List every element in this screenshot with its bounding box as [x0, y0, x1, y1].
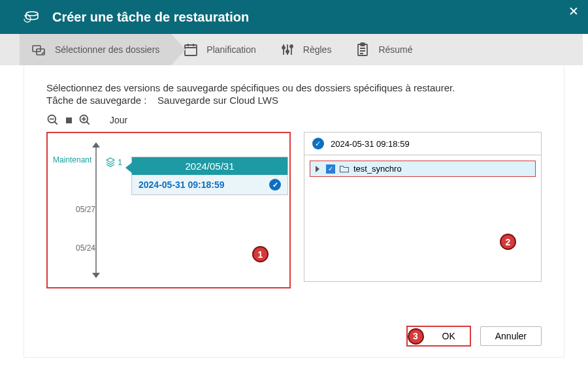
- folder-checkbox[interactable]: ✓: [326, 164, 335, 174]
- backup-date-header: 2024/05/31: [132, 157, 287, 175]
- folder-panel: ✓ 2024-05-31 09:18:59 ✓ test_synchro 2: [304, 132, 542, 282]
- title-bar: Créer une tâche de restauration: [0, 0, 588, 34]
- task-name: Sauvegarde sur Cloud LWS: [157, 95, 278, 106]
- cancel-button[interactable]: Annuler: [480, 326, 542, 346]
- folder-list: ✓ test_synchro 2: [304, 155, 541, 281]
- dialog-footer: 3 OK Annuler: [406, 326, 542, 347]
- backup-version-row[interactable]: 2024-05-31 09:18:59 ✓: [132, 175, 287, 194]
- timeline-panel: Maintenant 1 05/27 05/24 2024/05/31: [46, 132, 291, 288]
- tab-rules[interactable]: Règles: [268, 34, 344, 65]
- folder-name: test_synchro: [353, 164, 402, 174]
- zoom-controls: Jour: [46, 114, 542, 127]
- svg-point-6: [290, 45, 293, 48]
- folder-icon: [339, 164, 350, 173]
- wizard-tabs: Sélectionner des dossiers Planification …: [0, 34, 583, 65]
- check-icon: ✓: [269, 179, 281, 191]
- tab-select-folders[interactable]: Sélectionner des dossiers: [20, 34, 171, 65]
- tab-summary[interactable]: Résumé: [343, 34, 424, 65]
- main-panel: Sélectionnez des versions de sauvegarde …: [24, 65, 564, 358]
- instruction-text: Sélectionnez des versions de sauvegarde …: [46, 82, 542, 93]
- zoom-out-button[interactable]: [46, 114, 59, 127]
- tab-label: Planification: [206, 44, 256, 55]
- page-title: Créer une tâche de restauration: [52, 10, 249, 25]
- scrollbar[interactable]: [576, 65, 588, 359]
- backup-version-card[interactable]: 2024/05/31 2024-05-31 09:18:59 ✓: [131, 157, 288, 195]
- zoom-in-button[interactable]: [78, 114, 91, 127]
- tab-schedule[interactable]: Planification: [171, 34, 268, 65]
- folder-row[interactable]: ✓ test_synchro: [310, 161, 536, 177]
- restore-icon: [24, 10, 41, 23]
- timeline-tick: 05/27: [76, 205, 95, 214]
- selected-version-header: ✓ 2024-05-31 09:18:59: [304, 132, 541, 155]
- zoom-unit-label: Jour: [110, 115, 127, 125]
- now-label: Maintenant: [53, 155, 91, 164]
- timeline-down-arrow[interactable]: [92, 273, 100, 278]
- svg-point-4: [282, 46, 285, 49]
- tab-label: Résumé: [378, 44, 412, 55]
- timeline-up-arrow[interactable]: [92, 142, 100, 147]
- task-label-row: Tâche de sauvegarde : Sauvegarde sur Clo…: [46, 95, 542, 106]
- close-button[interactable]: [568, 7, 579, 17]
- check-icon: ✓: [312, 138, 324, 149]
- layers-count: 1: [118, 157, 122, 167]
- timeline-tick: 05/24: [76, 243, 95, 253]
- folders-icon: [31, 42, 47, 57]
- zoom-reset-button[interactable]: [66, 117, 72, 123]
- ok-button-highlight: 3 OK: [406, 326, 471, 347]
- svg-point-5: [286, 50, 289, 53]
- panels-row: Maintenant 1 05/27 05/24 2024/05/31: [46, 132, 542, 288]
- selected-version-label: 2024-05-31 09:18:59: [331, 139, 410, 149]
- task-label: Tâche de sauvegarde :: [46, 95, 146, 106]
- annotation-badge-2: 2: [500, 234, 516, 250]
- tab-label: Sélectionner des dossiers: [55, 44, 159, 55]
- svg-point-0: [26, 12, 38, 16]
- annotation-badge-1: 1: [252, 246, 269, 262]
- tab-label: Règles: [303, 44, 332, 55]
- ok-button[interactable]: OK: [428, 327, 470, 345]
- backup-version-timestamp: 2024-05-31 09:18:59: [139, 179, 225, 190]
- svg-rect-3: [185, 45, 197, 55]
- timeline-track[interactable]: 05/27 05/24: [92, 142, 100, 278]
- expand-arrow-icon[interactable]: [316, 166, 319, 172]
- sliders-icon: [280, 42, 295, 57]
- clipboard-icon: [355, 42, 370, 57]
- annotation-badge-3: 3: [408, 328, 424, 345]
- layers-icon: 1: [105, 157, 122, 167]
